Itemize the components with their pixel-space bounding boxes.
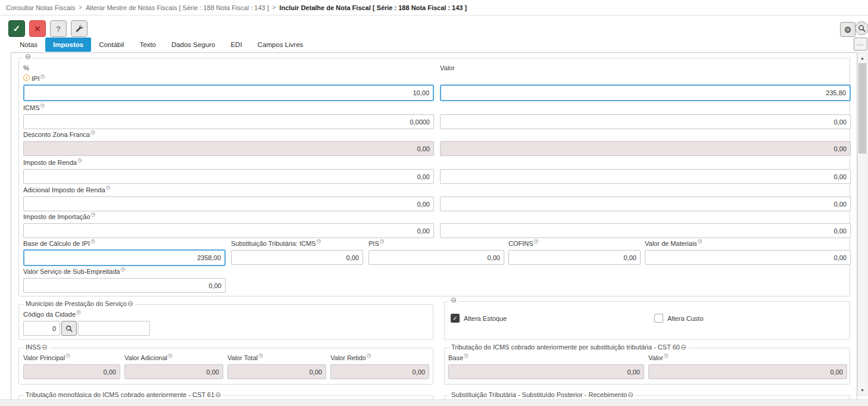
- history-icon[interactable]: ◷: [258, 352, 263, 358]
- city-lookup-button[interactable]: [61, 321, 77, 336]
- inss-valor-adicional-input: [124, 364, 223, 379]
- tax-row-adicional-imposto-renda: Adicional Imposto de Renda ◷: [19, 186, 851, 213]
- field-label: Imposto de Importação: [23, 213, 90, 220]
- scrollbar-thumb[interactable]: [858, 63, 866, 154]
- sub-empreitada-row: Valor Serviço de Sub-Empreitada ◷: [19, 268, 851, 295]
- gear-icon: ⚙: [844, 25, 852, 35]
- tab-dados-seguro[interactable]: Dados Seguro: [164, 38, 223, 52]
- cst60-valor-input: [648, 364, 847, 379]
- ipi-percent-input[interactable]: [23, 85, 434, 101]
- substituicao-tributaria-icms-input[interactable]: [231, 250, 363, 265]
- tab-notas[interactable]: Notas: [12, 38, 45, 52]
- history-icon[interactable]: ◷: [91, 211, 96, 217]
- history-icon[interactable]: ◷: [106, 185, 111, 190]
- altera-estoque-checkbox[interactable]: ✓ Altera Estoque: [451, 314, 507, 323]
- inss-valor-retido-input: [330, 364, 429, 379]
- group-title: Município de Prestação do Serviço: [26, 300, 127, 307]
- history-icon[interactable]: ◷: [698, 238, 702, 244]
- base-calculo-ipi-input[interactable]: [23, 249, 226, 266]
- field-label: Base de Cálculo de IPI: [23, 240, 90, 247]
- imposto-importacao-percent-input[interactable]: [23, 223, 434, 238]
- history-icon[interactable]: ◷: [120, 266, 125, 272]
- collapse-icon[interactable]: ⊖: [25, 54, 31, 60]
- tools-button[interactable]: [71, 20, 88, 37]
- ellipsis-icon: ...: [857, 39, 864, 46]
- history-icon[interactable]: ◷: [65, 352, 70, 358]
- history-icon[interactable]: ◷: [367, 352, 371, 358]
- valor-materiais-input[interactable]: [645, 250, 851, 265]
- adicional-imposto-renda-valor-input[interactable]: [440, 196, 851, 211]
- city-code-input[interactable]: [23, 321, 60, 336]
- desconto-zona-franca-percent-input: [23, 141, 434, 156]
- history-icon[interactable]: ◷: [40, 73, 45, 79]
- pis-input[interactable]: [369, 250, 504, 265]
- valor-servico-sub-empreitada-input[interactable]: [23, 278, 226, 293]
- icms-valor-input[interactable]: [440, 114, 851, 129]
- tab-texto[interactable]: Texto: [132, 38, 164, 52]
- vertical-scrollbar[interactable]: ▲ ▼: [857, 52, 867, 396]
- tab-contabil[interactable]: Contábil: [91, 38, 132, 52]
- history-icon[interactable]: ◷: [40, 102, 45, 108]
- confirm-button[interactable]: ✓: [8, 20, 25, 37]
- collapse-icon[interactable]: ⊖: [215, 392, 221, 398]
- history-icon[interactable]: ◷: [664, 352, 669, 358]
- tab-impostos[interactable]: Impostos: [45, 38, 91, 52]
- history-icon[interactable]: ◷: [77, 157, 82, 163]
- field-label: Valor Principal: [23, 354, 65, 361]
- history-icon[interactable]: ◷: [90, 238, 95, 244]
- tab-edi[interactable]: EDI: [223, 38, 249, 52]
- imposto-renda-percent-input[interactable]: [23, 169, 434, 184]
- tax-row-desconto-zona-franca: Desconto Zona Franca ◷: [19, 131, 851, 157]
- checkbox-unchecked-icon: [654, 314, 663, 323]
- city-name-input[interactable]: [78, 321, 150, 336]
- ipi-valor-input[interactable]: [440, 85, 851, 101]
- inss-group: INSS ⊖ Valor Principal◷ Valor Adicional◷…: [18, 348, 433, 385]
- collapse-icon[interactable]: ⊖: [451, 297, 457, 303]
- tax-row-ipi: i IPI ◷: [19, 75, 851, 101]
- field-label: Desconto Zona Franca: [23, 131, 90, 138]
- scroll-up-icon[interactable]: ▲: [858, 54, 867, 63]
- tab-bar: Notas Impostos Contábil Texto Dados Segu…: [12, 37, 311, 52]
- history-icon[interactable]: ◷: [534, 238, 539, 244]
- altera-custo-checkbox[interactable]: Altera Custo: [654, 314, 704, 323]
- checkbox-checked-icon: ✓: [451, 314, 460, 323]
- breadcrumb-alterar-mestre[interactable]: Alterar Mestre de Notas Fiscais [ Série …: [86, 4, 269, 11]
- tab-campos-livres[interactable]: Campos Livres: [250, 38, 311, 52]
- breadcrumb-consultar-notas-fiscais[interactable]: Consultar Notas Fiscais: [6, 4, 75, 11]
- history-icon[interactable]: ◷: [90, 129, 95, 135]
- collapse-icon[interactable]: ⊖: [627, 392, 633, 398]
- wrench-icon: [75, 24, 83, 33]
- settings-button[interactable]: ⚙: [840, 22, 855, 37]
- collapse-icon[interactable]: ⊖: [680, 344, 686, 350]
- field-label: Valor: [648, 354, 663, 361]
- imposto-renda-valor-input[interactable]: [440, 169, 851, 184]
- scroll-down-icon[interactable]: ▼: [858, 386, 867, 395]
- field-label: ICMS: [23, 104, 40, 111]
- history-icon[interactable]: ◷: [76, 309, 81, 315]
- history-icon[interactable]: ◷: [464, 352, 469, 358]
- horizontal-scroll-strip[interactable]: [0, 399, 868, 406]
- cofins-input[interactable]: [508, 250, 641, 265]
- history-icon[interactable]: ◷: [316, 238, 321, 244]
- more-options-button[interactable]: ...: [854, 38, 867, 51]
- inss-valor-principal-input: [23, 364, 120, 379]
- close-icon: ✕: [35, 24, 41, 33]
- adicional-imposto-renda-percent-input[interactable]: [23, 196, 434, 211]
- collapse-icon[interactable]: ⊖: [127, 301, 133, 307]
- desconto-zona-franca-valor-input: [440, 141, 851, 156]
- search-button[interactable]: [855, 21, 868, 35]
- group-title: INSS: [26, 343, 41, 351]
- imposto-importacao-valor-input[interactable]: [440, 223, 851, 238]
- field-label: Código da Cidade: [23, 311, 76, 318]
- collapse-icon[interactable]: ⊖: [42, 344, 48, 350]
- field-label: Base: [448, 354, 463, 361]
- history-icon[interactable]: ◷: [168, 352, 173, 358]
- check-icon: ✓: [13, 23, 21, 34]
- icms-percent-input[interactable]: [23, 114, 434, 129]
- cancel-button[interactable]: ✕: [29, 20, 46, 37]
- field-label: IPI: [32, 75, 39, 82]
- help-button[interactable]: ?: [50, 20, 67, 37]
- flags-group: ⊖ ✓ Altera Estoque Altera Custo: [444, 301, 850, 340]
- history-icon[interactable]: ◷: [380, 238, 385, 244]
- question-icon: ?: [56, 24, 61, 33]
